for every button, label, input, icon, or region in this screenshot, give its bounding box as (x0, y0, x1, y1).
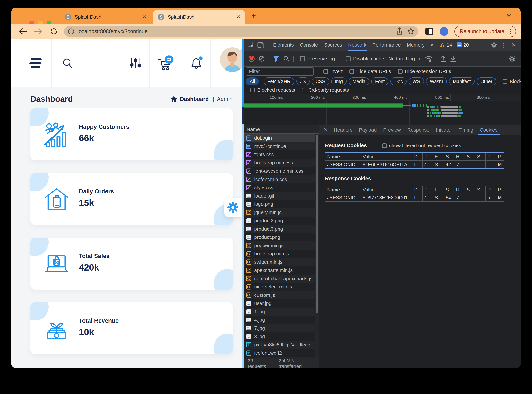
back-button-icon[interactable] (19, 28, 27, 35)
chip-ws[interactable]: WS (409, 77, 424, 85)
chip-all[interactable]: All (246, 77, 259, 85)
devtools-tab-elements[interactable]: Elements (270, 39, 297, 51)
request-row[interactable]: nice-select.min.js (244, 283, 315, 291)
request-row[interactable]: mvc/?continue (244, 142, 315, 150)
request-row[interactable]: swiper.min.js (244, 258, 315, 266)
page-scrollbar[interactable] (242, 39, 244, 368)
inspect-element-icon[interactable] (247, 41, 254, 48)
request-cookies-table[interactable]: NameValueD...P...E...S...H...S...S...P..… (325, 153, 504, 168)
request-row[interactable]: bootstrap.min.js (244, 250, 315, 258)
breadcrumb-parent[interactable]: Admin (217, 96, 233, 102)
issues-badge[interactable]: 20 (455, 42, 469, 48)
detail-close-icon[interactable]: ✕ (321, 127, 330, 133)
clear-network-log-icon[interactable] (258, 56, 265, 62)
request-row[interactable]: fonts.css (244, 150, 315, 159)
breadcrumb-current[interactable]: Dashboard (180, 96, 209, 102)
cookie-row[interactable]: JSESSIONID81E66B31816CF11A...l.../...S..… (325, 161, 504, 168)
device-toolbar-icon[interactable] (257, 41, 264, 48)
cookie-column-header[interactable]: E... (433, 153, 444, 161)
cookie-column-header[interactable]: P (496, 153, 504, 161)
site-info-icon[interactable] (68, 28, 75, 35)
checkbox-icon[interactable] (398, 69, 403, 74)
cookie-column-header[interactable]: S... (444, 186, 454, 194)
hide-data-urls-checkbox[interactable]: Hide data URLs (347, 68, 391, 74)
cookie-column-header[interactable]: S... (475, 153, 486, 161)
chip-fetch-xhr[interactable]: Fetch/XHR (263, 77, 294, 85)
detail-tab-response[interactable]: Response (404, 125, 433, 135)
cookie-column-header[interactable]: P... (486, 153, 496, 161)
cookie-column-header[interactable]: P (496, 186, 504, 194)
browser-tab-inactive[interactable]: SplashDash ✕ (60, 10, 151, 24)
request-row[interactable]: 7.jpg (244, 324, 315, 332)
import-har-icon[interactable] (440, 55, 446, 62)
devtools-tab-sources[interactable]: Sources (321, 39, 345, 51)
address-bar[interactable]: localhost:8080/mvc/?continue (64, 26, 418, 37)
disable-cache-checkbox[interactable]: Disable cache (344, 56, 384, 62)
request-row[interactable]: custom.js (244, 291, 315, 300)
cookie-column-header[interactable]: Value (361, 153, 412, 161)
request-row[interactable]: jquery.min.js (244, 208, 315, 217)
hide-extension-urls-checkbox[interactable]: Hide extension URLs (396, 68, 451, 74)
menu-hamburger-icon[interactable] (30, 58, 42, 69)
search-icon[interactable] (62, 58, 73, 69)
chip-font[interactable]: Font (371, 77, 388, 85)
detail-tab-timing[interactable]: Timing (456, 125, 476, 135)
cookie-column-header[interactable]: S... (444, 153, 454, 161)
tab-close-icon[interactable]: ✕ (236, 14, 241, 20)
devtools-close-icon[interactable]: ✕ (511, 42, 516, 48)
request-row[interactable]: popper.min.js (244, 242, 315, 250)
request-row[interactable]: product3.png (244, 225, 315, 233)
cookie-column-header[interactable]: P... (423, 186, 433, 194)
detail-tab-cookies[interactable]: Cookies (476, 125, 501, 135)
forward-button-icon[interactable] (34, 28, 43, 35)
request-row[interactable]: user.jpg (244, 299, 315, 308)
more-tabs-icon[interactable]: » (428, 39, 436, 51)
search-network-icon[interactable] (283, 56, 289, 62)
notifications-bell-icon[interactable] (191, 58, 202, 69)
filter-sliders-icon[interactable] (130, 57, 141, 69)
cookie-column-header[interactable]: S... (475, 186, 486, 194)
request-row[interactable]: apexcharts.min.js (244, 266, 315, 275)
reload-button-icon[interactable] (50, 27, 58, 35)
request-row[interactable]: 3.jpg (244, 332, 315, 341)
request-row[interactable]: logo.png (244, 200, 315, 208)
chip-css[interactable]: CSS (312, 77, 329, 85)
request-row[interactable]: style.css (244, 183, 315, 192)
checkbox-icon[interactable] (323, 69, 328, 74)
browser-profile-avatar[interactable]: T (440, 27, 448, 36)
browser-menu-icon[interactable]: ⋮ (507, 28, 513, 35)
cookie-column-header[interactable]: S... (465, 153, 475, 161)
cookie-column-header[interactable]: P... (486, 186, 496, 194)
bookmark-star-icon[interactable] (407, 28, 415, 35)
warnings-badge[interactable]: 14 (440, 42, 452, 48)
request-row[interactable]: 4.jpg (244, 316, 315, 324)
network-conditions-icon[interactable] (425, 56, 432, 62)
blocked-requests-checkbox[interactable]: Blocked requests (248, 87, 295, 93)
third-party-requests-checkbox[interactable]: 3rd-party requests (300, 87, 349, 93)
request-row[interactable]: doLogin (244, 134, 315, 142)
cookie-column-header[interactable]: E... (433, 186, 444, 194)
request-row[interactable]: product.png (244, 233, 315, 242)
checkbox-icon[interactable] (346, 56, 351, 61)
checkbox-icon[interactable] (350, 69, 354, 74)
request-row[interactable]: product2.png (244, 217, 315, 225)
chip-doc[interactable]: Doc (390, 77, 406, 85)
network-filter-input[interactable] (246, 67, 314, 76)
cart-icon[interactable]: 03 (158, 58, 171, 71)
cookie-column-header[interactable]: P... (423, 153, 433, 161)
chip-media[interactable]: Media (349, 77, 369, 85)
requests-column-header[interactable]: Name (244, 125, 319, 134)
checkbox-icon[interactable] (302, 88, 306, 92)
cookie-column-header[interactable]: H... (454, 153, 465, 161)
chip-js[interactable]: JS (296, 77, 309, 85)
theme-settings-button[interactable] (224, 198, 242, 217)
record-network-log-icon[interactable] (248, 56, 255, 62)
devtools-settings-gear-icon[interactable] (491, 42, 497, 48)
cookie-column-header[interactable]: Name (325, 153, 361, 161)
request-row[interactable]: control-chart-apexcharts.js (244, 275, 315, 283)
preserve-log-checkbox[interactable]: Preserve log (298, 56, 335, 62)
tab-close-icon[interactable]: ✕ (142, 14, 147, 20)
requests-scrollbar[interactable] (315, 134, 319, 359)
invert-checkbox[interactable]: Invert (321, 68, 343, 74)
detail-tab-preview[interactable]: Preview (380, 125, 404, 135)
